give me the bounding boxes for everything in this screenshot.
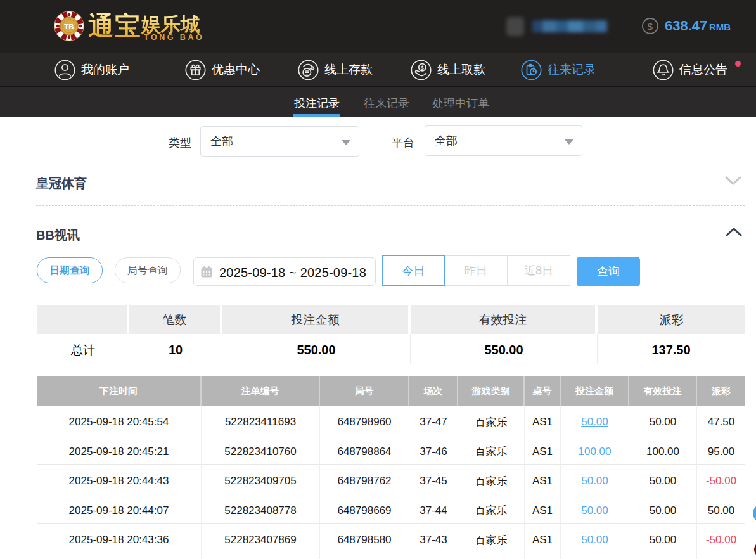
svg-text:$: $ xyxy=(421,64,424,70)
svg-text:$: $ xyxy=(648,21,653,32)
svg-text:TB: TB xyxy=(64,23,74,30)
